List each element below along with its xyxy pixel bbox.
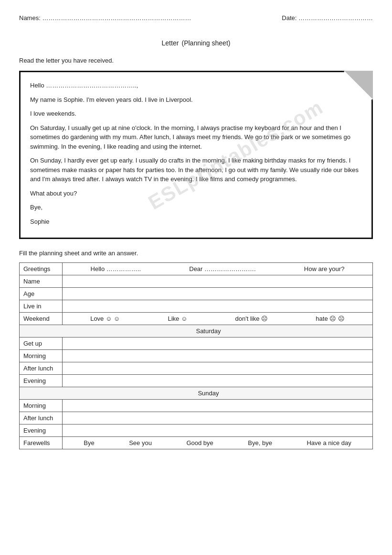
letter-bye: Bye, <box>30 203 362 212</box>
row-content-greetings: Hello ……………..Dear …………………….How are your? <box>63 263 373 275</box>
row-content-evening <box>63 375 373 387</box>
row-label-morning: Morning <box>20 400 63 412</box>
row-content-weekend: Love ☺ ☺Like ☺don't like ☹hate ☹ ☹ <box>63 313 373 325</box>
row-label-greetings: Greetings <box>20 263 63 275</box>
farewell-option: Bye, bye <box>248 439 272 446</box>
date-label: Date: ……………………………… <box>282 14 373 22</box>
row-content-farewells: ByeSee youGood byeBye, byeHave a nice da… <box>63 437 373 449</box>
farewell-option: Have a nice day <box>307 439 351 446</box>
header: Names: ……………………………………………………………… Date: ……… <box>19 14 373 22</box>
row-label-after-lunch: After lunch <box>20 362 63 375</box>
weekend-option: Like ☺ <box>168 315 187 322</box>
row-content-evening <box>63 424 373 437</box>
fill-instruction: Fill the planning sheet and write an ans… <box>19 250 373 257</box>
row-label-name: Name <box>20 275 63 288</box>
planning-table: GreetingsHello ……………..Dear …………………….How … <box>19 262 373 449</box>
greeting-option: How are your? <box>304 265 345 272</box>
letter-sunday: On Sunday, I hardly ever get up early. I… <box>30 156 362 184</box>
row-label-get-up: Get up <box>20 337 63 350</box>
row-label-after-lunch: After lunch <box>20 412 63 424</box>
row-label-evening: Evening <box>20 424 63 437</box>
weekend-option: Love ☺ ☺ <box>90 315 120 322</box>
row-label-live-in: Live in <box>20 300 63 313</box>
row-content-morning <box>63 350 373 362</box>
row-content-after-lunch <box>63 362 373 375</box>
letter-question: What about you? <box>30 189 362 198</box>
letter-box: ESLprintables.com Hello ……………………………………..… <box>19 71 373 239</box>
farewell-option: Bye <box>84 439 94 446</box>
row-content-age <box>63 288 373 300</box>
row-content-name <box>63 275 373 288</box>
weekend-option: hate ☹ ☹ <box>316 315 345 322</box>
row-content-get-up <box>63 337 373 350</box>
row-label-weekend: Weekend <box>20 313 63 325</box>
subheader-sunday: Sunday <box>20 387 373 400</box>
row-label-farewells: Farewells <box>20 437 63 449</box>
letter-name: Sophie <box>30 217 362 227</box>
letter-intro: My name is Sophie. I'm eleven years old.… <box>30 95 362 105</box>
row-content-morning <box>63 400 373 412</box>
row-content-live-in <box>63 300 373 313</box>
greeting-option: Hello …………….. <box>91 265 141 272</box>
letter-love: I love weekends. <box>30 109 362 119</box>
read-instruction: Read the letter you have received. <box>19 57 373 64</box>
farewell-option: Good bye <box>186 439 213 446</box>
title-sub: (Planning sheet) <box>181 39 230 47</box>
weekend-option: don't like ☹ <box>235 315 268 322</box>
names-label: Names: ……………………………………………………………… <box>19 14 191 22</box>
row-content-after-lunch <box>63 412 373 424</box>
letter-body: Hello …………………………………….., My name is Sophi… <box>30 81 362 226</box>
title-main: Letter <box>162 39 179 47</box>
page-title: Letter (Planning sheet) <box>19 36 373 48</box>
letter-greeting: Hello …………………………………….., <box>30 81 362 90</box>
letter-saturday: On Saturday, I usually get up at nine o'… <box>30 123 362 152</box>
greeting-option: Dear ……………………. <box>189 265 255 272</box>
row-label-morning: Morning <box>20 350 63 362</box>
subheader-saturday: Saturday <box>20 325 373 337</box>
row-label-evening: Evening <box>20 375 63 387</box>
farewell-option: See you <box>129 439 152 446</box>
row-label-age: Age <box>20 288 63 300</box>
